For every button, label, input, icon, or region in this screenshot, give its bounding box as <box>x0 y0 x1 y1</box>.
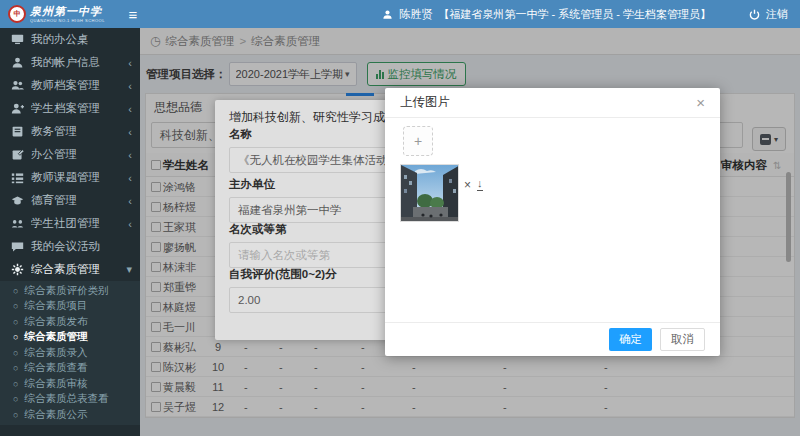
group-icon <box>11 217 24 230</box>
sidebar-item-label: 学生档案管理 <box>31 101 128 116</box>
sidebar-item-9[interactable]: 我的会议活动 <box>0 235 140 258</box>
circle-icon: ○ <box>13 410 18 420</box>
sidebar-item-7[interactable]: 德育管理‹ <box>0 189 140 212</box>
edit-icon <box>11 148 24 161</box>
logout-button[interactable]: 注销 <box>766 7 788 22</box>
sidebar-subitem-综合素质审核[interactable]: ○综合素质审核 <box>0 376 140 392</box>
main-content: ◷ 综合素质管理 > 综合素质管理 管理项目选择： 2020-2021学年上学期… <box>140 28 800 436</box>
sidebar-item-3[interactable]: 学生档案管理‹ <box>0 97 140 120</box>
sidebar-item-label: 教师课题管理 <box>31 170 128 185</box>
circle-icon: ○ <box>13 348 18 358</box>
current-user-roles: 【福建省泉州第一中学 - 系统管理员 - 学生档案管理员】 <box>438 7 711 22</box>
sidebar-item-2[interactable]: 教师档案管理‹ <box>0 74 140 97</box>
sidebar-item-5[interactable]: 办公管理‹ <box>0 143 140 166</box>
sidebar-item-8[interactable]: 学生社团管理‹ <box>0 212 140 235</box>
desktop-icon <box>11 33 24 46</box>
upload-image-dialog: 上传图片 × + <box>385 88 720 356</box>
gear-icon <box>11 263 24 276</box>
chevron-icon: ‹ <box>128 126 132 138</box>
circle-icon: ○ <box>13 379 18 389</box>
chevron-icon: ‹ <box>128 149 132 161</box>
circle-icon: ○ <box>13 394 18 404</box>
user-avatar-icon <box>382 9 393 20</box>
circle-icon: ○ <box>13 301 18 311</box>
teachers-icon <box>11 79 24 92</box>
sidebar-item-label: 教务管理 <box>31 124 128 139</box>
circle-icon: ○ <box>13 332 18 342</box>
chevron-icon: ‹ <box>128 80 132 92</box>
power-icon <box>749 9 760 20</box>
close-icon[interactable]: × <box>696 95 705 110</box>
chevron-icon: ‹ <box>128 57 132 69</box>
sidebar-subitem-综合素质评价类别[interactable]: ○综合素质评价类别 <box>0 283 140 299</box>
school-name: 泉州第一中学 <box>30 6 105 17</box>
sidebar-subitem-综合素质录入[interactable]: ○综合素质录入 <box>0 345 140 361</box>
circle-icon: ○ <box>13 317 18 327</box>
chevron-icon: ‹ <box>128 172 132 184</box>
list-icon <box>11 171 24 184</box>
sidebar-item-label: 综合素质管理 <box>31 262 126 277</box>
upload-dialog-title: 上传图片 <box>400 94 450 111</box>
remove-image-icon[interactable]: × <box>464 179 471 191</box>
sidebar-item-1[interactable]: 我的帐户信息‹ <box>0 51 140 74</box>
book-icon <box>11 125 24 138</box>
uploaded-image-thumbnail[interactable] <box>400 164 459 222</box>
current-user-name[interactable]: 陈胜贤 <box>399 7 432 22</box>
sidebar-item-4[interactable]: 教务管理‹ <box>0 120 140 143</box>
chevron-icon: ▾ <box>126 263 132 276</box>
sidebar-item-label: 学生社团管理 <box>31 216 128 231</box>
school-seal-icon: 中 <box>8 5 26 23</box>
chevron-icon: ‹ <box>128 103 132 115</box>
chevron-icon: ‹ <box>128 218 132 230</box>
user-icon <box>11 56 24 69</box>
top-header: 中 泉州第一中学 QUANZHOU NO.1 HIGH SCHOOL ≡ 陈胜贤… <box>0 0 800 28</box>
sidebar-subitem-综合素质总表查看[interactable]: ○综合素质总表查看 <box>0 392 140 408</box>
sidebar-item-label: 教师档案管理 <box>31 78 128 93</box>
cancel-button[interactable]: 取消 <box>660 328 705 351</box>
sidebar-subitem-综合素质管理[interactable]: ○综合素质管理 <box>0 330 140 346</box>
sidebar-item-10[interactable]: 综合素质管理▾ <box>0 258 140 281</box>
sidebar-nav: 我的办公桌我的帐户信息‹教师档案管理‹学生档案管理‹教务管理‹办公管理‹教师课题… <box>0 28 140 436</box>
circle-icon: ○ <box>13 286 18 296</box>
sidebar-subitem-综合素质公示[interactable]: ○综合素质公示 <box>0 407 140 423</box>
student-icon <box>11 102 24 115</box>
comment-icon <box>11 240 24 253</box>
sidebar-item-label: 我的办公桌 <box>31 32 132 47</box>
school-name-en: QUANZHOU NO.1 HIGH SCHOOL <box>30 19 105 23</box>
download-image-icon[interactable]: ↓ <box>477 178 483 191</box>
sidebar-item-label: 我的帐户信息 <box>31 55 128 70</box>
sidebar-item-0[interactable]: 我的办公桌 <box>0 28 140 51</box>
hamburger-menu-icon[interactable]: ≡ <box>118 6 148 23</box>
school-logo: 中 泉州第一中学 QUANZHOU NO.1 HIGH SCHOOL <box>0 0 118 28</box>
sidebar-item-label: 德育管理 <box>31 193 128 208</box>
confirm-button[interactable]: 确定 <box>609 328 652 351</box>
sidebar-subitem-综合素质项目[interactable]: ○综合素质项目 <box>0 299 140 315</box>
sidebar-subitem-综合素质发布[interactable]: ○综合素质发布 <box>0 314 140 330</box>
sidebar-item-label: 我的会议活动 <box>31 239 132 254</box>
sidebar-item-label: 办公管理 <box>31 147 128 162</box>
graduation-icon <box>11 194 24 207</box>
add-image-button[interactable]: + <box>403 126 433 156</box>
sidebar-item-6[interactable]: 教师课题管理‹ <box>0 166 140 189</box>
circle-icon: ○ <box>13 363 18 373</box>
chevron-icon: ‹ <box>128 195 132 207</box>
sidebar-subitem-综合素质查看[interactable]: ○综合素质查看 <box>0 361 140 377</box>
